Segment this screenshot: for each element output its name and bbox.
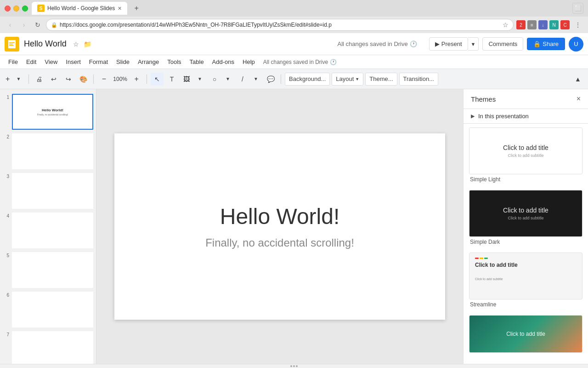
forward-button[interactable]: › xyxy=(18,19,29,30)
window-icon[interactable]: ⬜ xyxy=(572,3,583,14)
print-button[interactable]: 🖨 xyxy=(33,73,45,86)
refresh-button[interactable]: ↻ xyxy=(32,19,43,30)
new-tab-button[interactable]: + xyxy=(131,3,142,14)
paint-format-button[interactable]: 🎨 xyxy=(77,73,90,86)
back-button[interactable]: ‹ xyxy=(5,19,16,30)
bar-red xyxy=(475,258,479,259)
background-button[interactable]: Background... xyxy=(285,73,330,86)
menu-addons[interactable]: Add-ons xyxy=(209,57,238,67)
ext-icon-5[interactable]: C xyxy=(560,20,570,29)
zoom-in-button[interactable]: + xyxy=(130,73,143,86)
menu-help[interactable]: Help xyxy=(239,57,259,67)
drive-history-icon[interactable]: 🕐 xyxy=(330,59,337,65)
ext-icon-1[interactable]: 2 xyxy=(516,20,526,29)
slide-thumb-2[interactable] xyxy=(12,133,93,169)
textbox-tool[interactable]: T xyxy=(165,73,178,86)
image-button[interactable]: 🖼 xyxy=(180,73,193,86)
url-bar[interactable]: 🔒 https://docs.google.com/presentation/d… xyxy=(46,19,514,31)
collapse-toolbar-button[interactable]: ▲ xyxy=(571,73,584,86)
folder-button[interactable]: 📁 xyxy=(84,40,91,48)
slide-item-2[interactable]: 2 xyxy=(0,132,96,170)
present-dropdown-button[interactable]: ▼ xyxy=(468,37,479,51)
select-tool[interactable]: ↖ xyxy=(151,73,164,86)
menu-edit[interactable]: Edit xyxy=(23,57,40,67)
star-button[interactable]: ☆ xyxy=(73,40,79,48)
bottom-bar xyxy=(0,364,588,368)
minimize-window-button[interactable] xyxy=(13,6,19,12)
menu-format[interactable]: Format xyxy=(85,57,112,67)
close-window-button[interactable] xyxy=(5,6,11,12)
user-avatar[interactable]: U xyxy=(569,37,583,52)
slide-thumb-4[interactable] xyxy=(12,213,93,248)
slide-item-4[interactable]: 4 xyxy=(0,212,96,249)
theme-button[interactable]: Theme... xyxy=(365,73,397,86)
menu-slide[interactable]: Slide xyxy=(113,57,133,67)
slides-logo xyxy=(5,37,19,52)
zoom-out-button[interactable]: − xyxy=(97,73,110,86)
menu-view[interactable]: View xyxy=(41,57,61,67)
theme-coral[interactable]: Click to add title xyxy=(464,311,588,358)
menu-table[interactable]: Table xyxy=(186,57,208,67)
shapes-dropdown[interactable]: ▼ xyxy=(221,73,234,86)
shapes-button[interactable]: ○ xyxy=(208,73,221,86)
svg-rect-2 xyxy=(9,44,13,45)
coral-title: Click to add title xyxy=(506,331,545,337)
theme-preview-simple-dark: Click to add title Click to add subtitle xyxy=(469,190,582,237)
transition-button[interactable]: Transition... xyxy=(399,73,438,86)
doc-title[interactable]: Hello World xyxy=(24,39,67,49)
ext-icon-2[interactable]: ≡ xyxy=(527,20,537,29)
themes-close-button[interactable]: × xyxy=(577,95,581,103)
slide-item-7[interactable]: 7 xyxy=(0,330,96,364)
slide-1-subtitle: Finally, no accidental scrolling! xyxy=(37,113,68,116)
line-dropdown[interactable]: ▼ xyxy=(249,73,262,86)
slide-main-title[interactable]: Hello World! xyxy=(220,204,340,229)
menu-arrange[interactable]: Arrange xyxy=(134,57,163,67)
tab-favicon: S xyxy=(37,5,45,12)
line-button[interactable]: / xyxy=(236,73,249,86)
zoom-level: 100% xyxy=(112,76,128,82)
slide-number-4: 4 xyxy=(3,213,9,218)
maximize-window-button[interactable] xyxy=(22,6,28,12)
redo-button[interactable]: ↪ xyxy=(62,73,75,86)
slide-number-1: 1 xyxy=(3,94,9,100)
browser-tab[interactable]: S Hello World - Google Slides ✕ xyxy=(32,2,127,15)
theme-simple-light[interactable]: Click to add title Click to add subtitle… xyxy=(464,124,588,186)
menu-file[interactable]: File xyxy=(5,57,22,67)
theme-streamline[interactable]: Click to add title Click to add subtitle… xyxy=(464,249,588,311)
bookmark-button[interactable]: ☆ xyxy=(503,21,509,29)
slide-thumb-7[interactable] xyxy=(12,331,93,364)
layout-button[interactable]: Layout ▼ xyxy=(332,73,363,86)
slide-thumb-5[interactable] xyxy=(12,252,93,288)
present-button[interactable]: ▶ Present xyxy=(429,37,468,51)
add-dropdown-button[interactable]: ▼ xyxy=(12,73,25,86)
slide-thumb-1[interactable]: Hello World! Finally, no accidental scro… xyxy=(12,94,93,130)
undo-button[interactable]: ↩ xyxy=(47,73,60,86)
ext-icon-4[interactable]: N xyxy=(549,20,559,29)
slide-thumb-6[interactable] xyxy=(12,292,93,328)
history-icon[interactable]: 🕐 xyxy=(410,40,417,47)
slide-item-1[interactable]: 1 Hello World! Finally, no accidental sc… xyxy=(0,93,96,131)
comments-button[interactable]: Comments xyxy=(482,37,523,51)
comment-button[interactable]: 💬 xyxy=(264,73,277,86)
dot-1 xyxy=(290,365,292,367)
tab-close-button[interactable]: ✕ xyxy=(118,6,122,12)
slide-panel: 1 Hello World! Finally, no accidental sc… xyxy=(0,89,96,364)
share-button[interactable]: 🔒 Share xyxy=(527,38,565,50)
theme-simple-dark[interactable]: Click to add title Click to add subtitle… xyxy=(464,186,588,249)
ext-icon-3[interactable]: ↓ xyxy=(538,20,548,29)
slide-item-5[interactable]: 5 xyxy=(0,251,96,289)
slide-main-subtitle[interactable]: Finally, no accidental scrolling! xyxy=(205,236,354,249)
menu-insert[interactable]: Insert xyxy=(62,57,85,67)
image-dropdown[interactable]: ▼ xyxy=(193,73,206,86)
themes-in-presentation[interactable]: ▶ In this presentation xyxy=(464,109,588,124)
menu-button[interactable]: ⋮ xyxy=(572,19,583,30)
slide-canvas[interactable]: Hello World! Finally, no accidental scro… xyxy=(114,133,445,320)
menu-tools[interactable]: Tools xyxy=(164,57,185,67)
slide-thumb-3[interactable] xyxy=(12,173,93,209)
toolbar-sep-2 xyxy=(93,75,94,84)
dot-2 xyxy=(293,365,295,367)
svg-rect-1 xyxy=(9,42,15,43)
add-button[interactable]: + xyxy=(4,73,11,86)
slide-item-6[interactable]: 6 xyxy=(0,291,96,328)
slide-item-3[interactable]: 3 xyxy=(0,172,96,210)
